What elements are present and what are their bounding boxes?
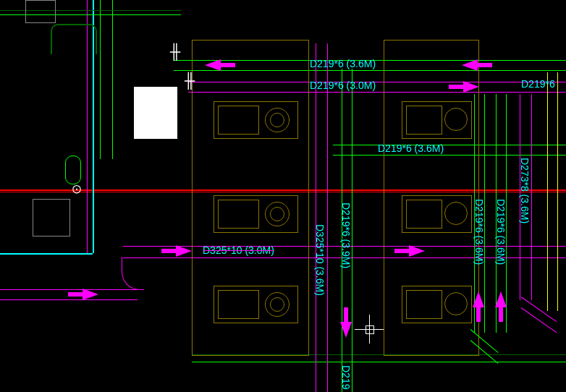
diag-pipe-2 xyxy=(521,307,557,333)
flow-arrow-right-icon xyxy=(463,81,479,93)
pipe-label-mid1: D219*6 (3.6M) xyxy=(378,142,444,154)
flow-arrow-tail xyxy=(221,63,235,67)
flow-arrow-right-2-icon xyxy=(409,245,425,257)
cursor-pickbox xyxy=(366,325,374,334)
pipe-label-v5: D273*8 (3.6M) xyxy=(519,158,531,223)
pipe-label-v3: D219*6 (3.6M) xyxy=(473,199,485,265)
pump-unit-5 xyxy=(402,195,472,233)
valve-symbol-icon: ⨀ xyxy=(72,184,81,194)
flow-arrow-tail xyxy=(68,292,83,297)
pipe-v-mag-central-b xyxy=(327,43,328,392)
pipe-v-mag-central-a xyxy=(316,43,316,392)
flow-arrow-right-4-icon xyxy=(83,289,98,300)
flow-arrow-up-2-icon xyxy=(495,291,507,307)
flow-arrow-right-3-icon xyxy=(176,245,192,257)
pipe-bottom-left-a xyxy=(0,289,138,290)
pipe-bend xyxy=(122,257,144,290)
flow-arrow-left-icon xyxy=(205,59,221,71)
pump-unit-1 xyxy=(214,101,298,139)
cad-drawing-canvas[interactable]: ⨀ ╫ ╫ xyxy=(0,0,566,392)
pipe-label-mid-strike: D325*10 (3.0M) xyxy=(203,244,274,256)
pipe-left-v-g1 xyxy=(100,0,101,159)
pump-unit-2 xyxy=(214,195,298,233)
pipe-label-top2: D219*6 (3.0M) xyxy=(310,80,376,91)
pipe-label-v1: D325*10 (3.6M) xyxy=(314,224,326,296)
flow-arrow-tail-v xyxy=(476,307,481,322)
pump-unit-3 xyxy=(214,286,298,323)
pipe-label-topright: D219*6 xyxy=(521,78,555,90)
small-box-1 xyxy=(25,0,56,23)
green-loop xyxy=(51,24,97,54)
pipe-left-v-g2 xyxy=(112,0,113,159)
pipe-v-green-1b xyxy=(352,69,352,392)
pump-unit-6 xyxy=(402,286,472,323)
flow-arrow-left-2-icon xyxy=(462,59,478,71)
green-oval xyxy=(65,155,81,184)
pipe-left-h-cyan xyxy=(0,253,93,255)
pipe-label-v4: D219*6 (3.6M) xyxy=(495,199,507,265)
pipe-label-bottom: D219 xyxy=(340,365,352,389)
flow-arrow-tail xyxy=(394,249,409,253)
pipe-label-v2: D219*6 (3.9M) xyxy=(340,203,352,268)
crossing-symbol-2-icon: ╫ xyxy=(185,72,195,89)
white-block xyxy=(134,87,177,139)
pipe-bottom-left-b xyxy=(0,299,138,300)
pipe-v-yellow-b xyxy=(557,72,558,311)
flow-arrow-tail xyxy=(161,249,176,253)
pipe-v-mag-rb xyxy=(531,94,532,300)
crossing-symbol-icon: ╫ xyxy=(170,43,180,60)
pipe-v-yellow-a xyxy=(547,72,548,311)
small-box-2 xyxy=(33,199,70,237)
pump-unit-4 xyxy=(402,101,472,139)
pipe-bottom-green-a xyxy=(192,362,566,362)
flow-arrow-tail-v xyxy=(344,307,348,322)
flow-arrow-tail xyxy=(478,63,492,67)
flow-arrow-down-icon xyxy=(340,322,352,338)
flow-arrow-tail xyxy=(449,85,463,89)
flow-arrow-tail-v xyxy=(499,307,503,322)
flow-arrow-up-icon xyxy=(473,291,484,307)
pipe-label-top1: D219*6 (3.6M) xyxy=(310,58,376,69)
diag-pipe-1 xyxy=(521,297,557,322)
